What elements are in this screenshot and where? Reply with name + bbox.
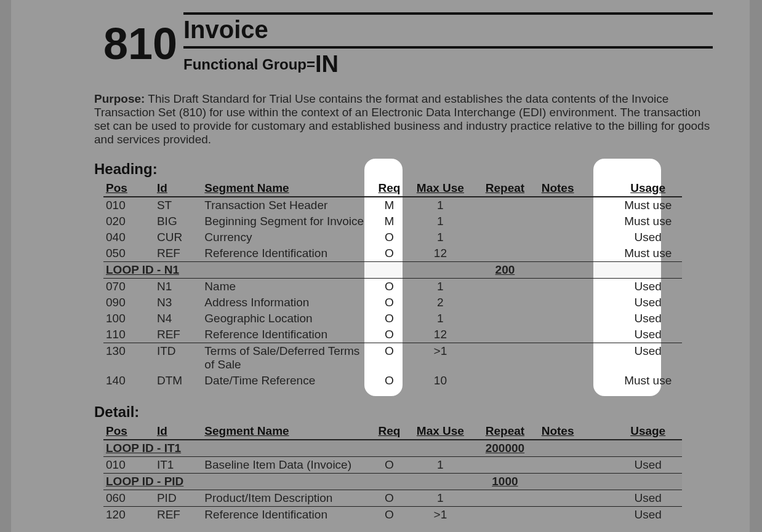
col-header-max: Max Use	[410, 423, 471, 440]
cell-max: 12	[410, 327, 471, 343]
cell-rep	[471, 245, 539, 262]
cell-req: O	[369, 311, 409, 327]
cell-notes	[539, 457, 614, 474]
functional-group-code: IN	[315, 51, 339, 77]
cell-max: 1	[410, 229, 471, 245]
segment-row: 070N1NameO1Used	[103, 279, 682, 295]
segment-row: 090N3Address InformationO2Used	[103, 295, 682, 311]
cell-pos: 070	[103, 279, 154, 295]
cell-max: 1	[410, 311, 471, 327]
cell-id: PID	[154, 490, 202, 507]
segment-row: 050REFReference IdentificationO12Must us…	[103, 245, 682, 262]
cell-max: 1	[410, 279, 471, 295]
cell-notes	[539, 245, 614, 262]
heading-table: PosIdSegment NameReqMax UseRepeatNotesUs…	[103, 180, 682, 389]
cell-max: 1	[410, 457, 471, 474]
col-header-name: Segment Name	[202, 180, 369, 197]
purpose-paragraph: Purpose: This Draft Standard for Trial U…	[94, 92, 713, 146]
cell-name: Geographic Location	[202, 311, 369, 327]
cell-name: Date/Time Reference	[202, 373, 369, 389]
cell-notes	[539, 279, 614, 295]
cell-id: IT1	[154, 457, 202, 474]
cell-req: O	[369, 373, 409, 389]
cell-name: Reference Identification	[202, 507, 369, 523]
col-header-pos: Pos	[103, 180, 154, 197]
cell-req: O	[369, 507, 409, 523]
cell-rep	[471, 507, 539, 523]
purpose-text: This Draft Standard for Trial Use contai…	[94, 92, 710, 146]
loop-id-cell: LOOP ID - PID	[103, 474, 471, 490]
cell-usage: Used	[614, 490, 682, 507]
cell-notes	[539, 490, 614, 507]
segment-row: 020BIGBeginning Segment for InvoiceM1Mus…	[103, 213, 682, 229]
cell-max: >1	[410, 343, 471, 373]
cell-rep	[471, 229, 539, 245]
segment-row: 120REFReference IdentificationO>1Used	[103, 507, 682, 523]
cell-req: O	[369, 490, 409, 507]
cell-pos: 100	[103, 311, 154, 327]
col-header-notes: Notes	[539, 423, 614, 440]
cell-req: O	[369, 229, 409, 245]
cell-req: O	[369, 343, 409, 373]
col-header-rep: Repeat	[471, 180, 539, 197]
cell-usage: Used	[614, 457, 682, 474]
col-header-usage: Usage	[614, 423, 682, 440]
cell-name: Terms of Sale/Deferred Terms of Sale	[202, 343, 369, 373]
cell-usage: Used	[614, 311, 682, 327]
loop-id-cell: LOOP ID - IT1	[103, 440, 471, 457]
cell-req: M	[369, 197, 409, 213]
cell-rep	[471, 373, 539, 389]
cell-pos: 110	[103, 327, 154, 343]
functional-group-label: Functional Group=	[183, 56, 315, 73]
cell-pos: 140	[103, 373, 154, 389]
loop-row: LOOP ID - N1200	[103, 262, 682, 279]
segment-row: 100N4Geographic LocationO1Used	[103, 311, 682, 327]
col-header-req: Req	[369, 180, 409, 197]
cell-id: BIG	[154, 213, 202, 229]
cell-req: O	[369, 245, 409, 262]
cell-id: N1	[154, 279, 202, 295]
cell-name: Beginning Segment for Invoice	[202, 213, 369, 229]
cell-notes	[539, 507, 614, 523]
cell-name: Currency	[202, 229, 369, 245]
cell-max: 1	[410, 213, 471, 229]
cell-pos: 010	[103, 457, 154, 474]
cell-notes	[539, 213, 614, 229]
cell-max: >1	[410, 507, 471, 523]
document-page: 810 Invoice Functional Group=IN Purpose:…	[11, 0, 750, 532]
cell-max: 1	[410, 197, 471, 213]
cell-id: REF	[154, 507, 202, 523]
cell-req: O	[369, 327, 409, 343]
cell-usage: Used	[614, 327, 682, 343]
col-header-pos: Pos	[103, 423, 154, 440]
cell-id: N4	[154, 311, 202, 327]
cell-req: M	[369, 213, 409, 229]
segment-row: 060PIDProduct/Item DescriptionO1Used	[103, 490, 682, 507]
cell-notes	[539, 197, 614, 213]
segment-row: 130ITDTerms of Sale/Deferred Terms of Sa…	[103, 343, 682, 373]
cell-notes	[539, 229, 614, 245]
cell-id: N3	[154, 295, 202, 311]
cell-name: Transaction Set Header	[202, 197, 369, 213]
cell-name: Baseline Item Data (Invoice)	[202, 457, 369, 474]
cell-max: 2	[410, 295, 471, 311]
cell-notes	[539, 327, 614, 343]
cell-max: 10	[410, 373, 471, 389]
col-header-rep: Repeat	[471, 423, 539, 440]
cell-rep	[471, 213, 539, 229]
col-header-name: Segment Name	[202, 423, 369, 440]
cell-usage: Must use	[614, 197, 682, 213]
segment-row: 110REFReference IdentificationO12Used	[103, 327, 682, 343]
loop-id-cell: LOOP ID - N1	[103, 262, 471, 279]
cell-name: Name	[202, 279, 369, 295]
col-header-usage: Usage	[614, 180, 682, 197]
cell-id: CUR	[154, 229, 202, 245]
cell-rep	[471, 327, 539, 343]
cell-req: O	[369, 295, 409, 311]
cell-id: REF	[154, 245, 202, 262]
title-row: Invoice	[183, 12, 713, 49]
col-header-id: Id	[154, 423, 202, 440]
cell-pos: 020	[103, 213, 154, 229]
loop-row: LOOP ID - PID1000	[103, 474, 682, 490]
cell-usage: Must use	[614, 213, 682, 229]
